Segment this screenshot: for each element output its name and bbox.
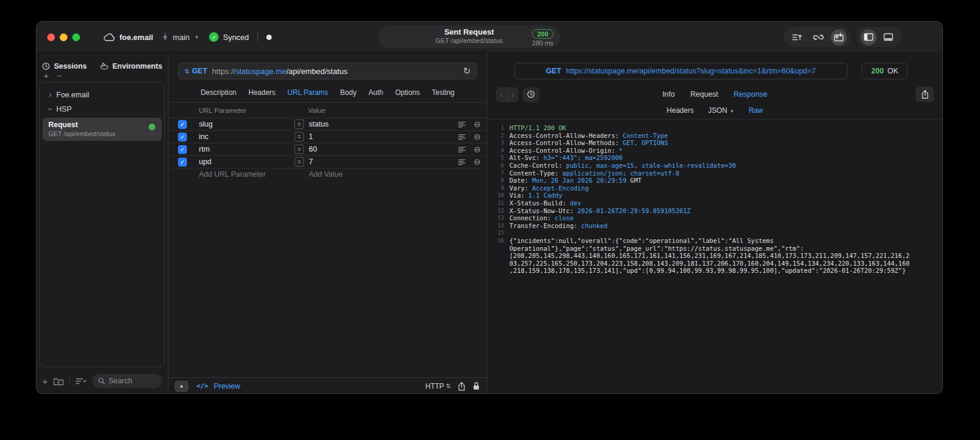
param-name-field[interactable]: inc (199, 133, 294, 141)
param-name-field[interactable]: upd (199, 158, 294, 166)
reorder-requests-icon[interactable] (792, 33, 802, 42)
add-param-name-placeholder[interactable]: Add URL Parameter (199, 170, 294, 179)
response-status-text: OK (887, 67, 898, 75)
preview-button[interactable]: Preview (214, 382, 240, 390)
request-editor-tab[interactable]: URL Params (287, 88, 328, 97)
param-value-field[interactable]: 7 (309, 158, 456, 166)
remove-param-icon[interactable]: ⊖ (468, 144, 481, 154)
environments-icon (100, 62, 109, 70)
share-icon[interactable] (457, 381, 466, 391)
export-response-button[interactable] (916, 87, 934, 102)
sent-request-url[interactable]: GET https://statuspage.me/api/embed/stat… (514, 63, 847, 79)
add-param-value-placeholder[interactable]: Add Value (309, 170, 481, 179)
toggle-sidebar-button[interactable] (861, 29, 877, 45)
remove-session-button[interactable]: − (57, 72, 62, 81)
add-param-row[interactable]: Add URL Parameter Add Value (168, 168, 487, 180)
expand-panel-button[interactable]: ▲ (175, 381, 188, 392)
response-line: 15 (492, 229, 934, 237)
code-preview-icon[interactable]: </> (196, 382, 208, 390)
response-line: 9 Vary: Accept-Encoding (492, 184, 934, 192)
lock-icon[interactable] (472, 381, 480, 390)
request-method[interactable]: GET (192, 67, 207, 75)
project-name[interactable]: foe.email (119, 33, 153, 42)
search-placeholder: Search (109, 377, 133, 385)
new-folder-icon[interactable] (53, 377, 64, 386)
sort-filter-icon[interactable] (75, 377, 87, 385)
equals-icon: = (294, 132, 304, 141)
line-number: 2 (492, 132, 504, 140)
request-list-item-selected[interactable]: Request GET /api/embed/status (42, 118, 162, 141)
sidebar: Sessions Environments + − › Foe.email (36, 53, 168, 394)
request-editor-tab[interactable]: Auth (368, 88, 383, 97)
screen: foe.email main ▼ ✓ Synced Sent Request G… (0, 0, 980, 440)
method-stepper-icon[interactable]: ⇅ (185, 68, 189, 75)
remove-param-icon[interactable]: ⊖ (468, 132, 481, 141)
param-checkbox-checked[interactable]: ✓ (178, 145, 187, 154)
resend-request-icon[interactable]: ↻ (463, 66, 471, 76)
branch-chevron-down-icon[interactable]: ▼ (195, 35, 199, 40)
line-text: Cache-Control: public, max-age=15, stale… (509, 162, 736, 170)
tree-item-hsp[interactable]: › HSP (40, 102, 164, 116)
response-subtab[interactable]: Raw (749, 106, 763, 115)
search-input[interactable]: Search (93, 374, 162, 388)
param-row: ✓ slug = status ⊖ (168, 118, 487, 130)
traffic-lights (47, 33, 80, 41)
param-value-field[interactable]: 1 (309, 133, 456, 141)
unsaved-dot-icon (266, 35, 272, 40)
protocol-selector[interactable]: HTTP ⇅ (425, 382, 451, 390)
request-editor-tab[interactable]: Body (340, 88, 357, 97)
param-checkbox-checked[interactable]: ✓ (178, 133, 187, 141)
response-tab[interactable]: Response (734, 90, 767, 99)
close-window-button[interactable] (47, 33, 55, 41)
response-pane: GET https://statuspage.me/api/embed/stat… (487, 53, 942, 394)
sidebar-tabs: Sessions Environments (36, 53, 168, 72)
minimize-window-button[interactable] (60, 33, 67, 41)
sync-status-label[interactable]: Synced (223, 33, 248, 42)
branch-name[interactable]: main (173, 33, 189, 42)
remove-param-icon[interactable]: ⊖ (468, 157, 481, 167)
equals-icon: = (294, 144, 304, 154)
param-options-icon[interactable] (456, 134, 468, 140)
response-subtab[interactable]: JSON▼ (708, 106, 735, 115)
param-name-field[interactable]: slug (199, 120, 294, 128)
param-value-field[interactable]: 60 (309, 145, 456, 153)
add-session-button[interactable]: + (44, 72, 49, 81)
request-editor-tab[interactable]: Headers (248, 88, 275, 97)
response-tab[interactable]: Info (662, 90, 675, 99)
response-subtab[interactable]: Headers (666, 106, 693, 115)
param-options-icon[interactable] (456, 159, 468, 165)
response-tab[interactable]: Request (690, 90, 718, 99)
toggle-bottom-panel-button[interactable] (883, 33, 893, 41)
line-number: 4 (492, 147, 504, 155)
line-text: X-Status-Build: dev (509, 199, 581, 207)
request-editor-pane: ⇅ GET https://statuspage.me/api/embed/st… (168, 53, 487, 394)
param-options-icon[interactable] (456, 121, 468, 128)
param-options-icon[interactable] (456, 146, 468, 153)
branch-icon (162, 32, 168, 42)
param-checkbox-checked[interactable]: ✓ (178, 158, 187, 167)
footer-right-group: HTTP ⇅ (425, 381, 480, 391)
param-value-field[interactable]: status (309, 120, 456, 128)
tree-item-foe-email[interactable]: › Foe.email (40, 88, 164, 102)
line-number: 3 (492, 139, 504, 147)
send-receive-toggle[interactable] (831, 29, 847, 45)
remove-param-icon[interactable]: ⊖ (468, 119, 481, 129)
line-text: Alt-Svc: h3=":443"; ma=2592000 (509, 154, 623, 162)
new-request-button[interactable]: + (42, 376, 48, 386)
sidebar-add-remove: + − (36, 72, 168, 81)
zoom-window-button[interactable] (72, 33, 80, 41)
sidebar-left-icon (864, 33, 874, 41)
tab-environments[interactable]: Environments (100, 60, 162, 72)
param-name-field[interactable]: rtm (199, 145, 294, 153)
line-text: Connection: close (509, 214, 573, 222)
request-url-bar[interactable]: ⇅ GET https://statuspage.me/api/embed/st… (178, 63, 477, 79)
param-checkbox-checked[interactable]: ✓ (178, 120, 187, 129)
request-editor-tab[interactable]: Options (395, 88, 420, 97)
status-code-badge: 200 (532, 29, 554, 39)
sent-request-pill[interactable]: Sent Request GET /api/embed/status 200 2… (378, 26, 560, 48)
response-line: 4 Access-Control-Allow-Origin: * (492, 147, 934, 155)
request-editor-tab[interactable]: Description (201, 88, 236, 97)
sync-loop-icon[interactable] (813, 33, 824, 42)
request-item-subtitle: GET /api/embed/status (48, 130, 156, 137)
request-editor-tab[interactable]: Testing (432, 88, 454, 97)
